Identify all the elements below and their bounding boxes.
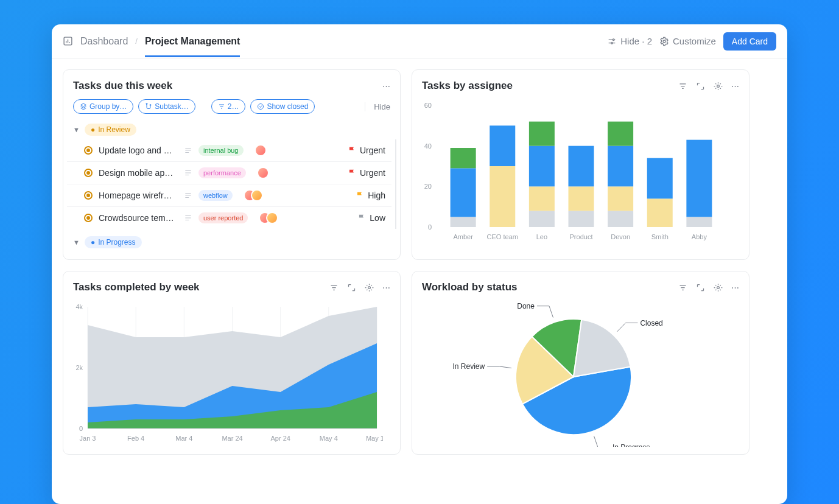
topbar: Dashboard / Project Management Hide · 2 … — [52, 24, 787, 58]
svg-rect-33 — [647, 198, 673, 227]
filter-icon[interactable] — [678, 283, 687, 292]
task-row[interactable]: Design mobile ap… performance Urgent — [67, 162, 391, 184]
svg-text:Done: Done — [517, 302, 535, 310]
avatar — [257, 167, 269, 179]
layers-icon — [80, 103, 87, 110]
more-icon[interactable]: ⋯ — [731, 82, 739, 91]
svg-text:In Progress: In Progress — [613, 443, 650, 447]
status-icon — [84, 169, 93, 177]
bar-chart: 0204060AmberCEO teamLeoProductDevonSmith… — [412, 99, 732, 245]
task-tag: performance — [198, 167, 246, 178]
more-icon[interactable]: ⋯ — [382, 82, 390, 91]
svg-text:Amber: Amber — [453, 233, 473, 240]
filter-icon[interactable] — [678, 82, 687, 91]
description-icon — [184, 169, 192, 177]
area-chart: 02k4kJan 3Feb 4Mar 4Mar 24Apr 24May 4May… — [63, 301, 383, 447]
avatar — [251, 189, 263, 201]
svg-text:Feb 4: Feb 4 — [127, 435, 144, 442]
svg-text:20: 20 — [424, 183, 432, 190]
expand-icon[interactable] — [696, 283, 705, 292]
status-pill: ● In Review — [85, 124, 136, 136]
gear-icon[interactable] — [365, 283, 374, 292]
svg-text:CEO team: CEO team — [487, 233, 518, 240]
pill-label: In Review — [98, 125, 130, 134]
status-icon — [84, 214, 93, 222]
flag-icon — [356, 191, 364, 200]
priority-label: High — [368, 191, 385, 200]
pill-label: In Progress — [98, 238, 135, 247]
svg-rect-16 — [490, 166, 515, 227]
priority-label: Low — [370, 213, 385, 223]
more-icon[interactable]: ⋯ — [731, 283, 739, 292]
filter-icon[interactable] — [329, 283, 339, 292]
assignees — [259, 212, 283, 224]
task-row[interactable]: Homepage wirefr… webflow High — [67, 184, 391, 207]
svg-text:40: 40 — [424, 142, 432, 150]
svg-point-3 — [663, 40, 665, 43]
card-tasks-due: Tasks due this week ⋯ Group by… Subtask…… — [63, 69, 401, 260]
priority: Urgent — [348, 145, 385, 155]
dashboard-grid: Tasks due this week ⋯ Group by… Subtask…… — [52, 58, 787, 466]
assignees — [257, 167, 281, 179]
svg-text:0: 0 — [428, 223, 432, 231]
svg-rect-19 — [529, 211, 555, 227]
app-window: Dashboard / Project Management Hide · 2 … — [52, 24, 787, 504]
more-icon[interactable]: ⋯ — [382, 283, 390, 292]
svg-text:0: 0 — [79, 425, 83, 432]
svg-text:2k: 2k — [75, 364, 83, 371]
svg-rect-30 — [608, 146, 633, 187]
chart-icon — [63, 36, 73, 46]
svg-rect-20 — [529, 186, 555, 211]
breadcrumb-root[interactable]: Dashboard — [80, 36, 128, 47]
task-row[interactable]: Crowdsource tem… user reported Low — [67, 207, 391, 229]
task-name: Homepage wirefr… — [99, 191, 178, 200]
svg-rect-22 — [529, 122, 555, 146]
expand-icon[interactable] — [696, 82, 705, 91]
add-card-button[interactable]: Add Card — [723, 32, 776, 51]
priority: High — [356, 191, 385, 200]
chip-label: Subtask… — [155, 102, 188, 111]
gear-icon[interactable] — [714, 82, 723, 91]
card-tasks-by-assignee: Tasks by assignee ⋯ 0204060AmberCEO team… — [412, 69, 749, 260]
svg-rect-12 — [451, 217, 476, 227]
chip-subtasks[interactable]: Subtask… — [138, 99, 195, 114]
chip-show-closed[interactable]: Show closed — [250, 99, 315, 114]
priority-label: Urgent — [360, 168, 385, 178]
task-row[interactable]: Update logo and … internal bug Urgent — [67, 139, 391, 162]
task-tag: internal bug — [198, 145, 244, 156]
chip-filter[interactable]: 2… — [211, 99, 246, 114]
description-icon — [184, 146, 192, 155]
filter-icon — [218, 103, 225, 110]
svg-text:Smith: Smith — [651, 233, 669, 240]
svg-rect-17 — [490, 125, 515, 166]
priority: Low — [357, 213, 385, 223]
svg-text:May 15: May 15 — [366, 435, 383, 442]
chip-label: Group by… — [90, 102, 127, 111]
breadcrumb-sep: / — [135, 37, 138, 46]
hide-link[interactable]: Hide — [365, 102, 390, 111]
svg-rect-28 — [608, 211, 633, 227]
svg-text:Abby: Abby — [692, 233, 707, 240]
task-tag: webflow — [198, 190, 233, 201]
avatar — [255, 144, 267, 156]
expand-icon[interactable] — [347, 283, 356, 292]
gear-icon — [659, 37, 669, 46]
svg-text:60: 60 — [424, 102, 432, 109]
section-in-progress[interactable]: ▼ ● In Progress — [63, 233, 400, 252]
hide-button[interactable]: Hide · 2 — [607, 36, 652, 46]
chip-group-by[interactable]: Group by… — [73, 99, 133, 114]
flag-icon — [357, 214, 366, 222]
svg-text:Mar 24: Mar 24 — [222, 435, 242, 442]
svg-point-39 — [368, 286, 371, 289]
card-workload: Workload by status ⋯ In ProgressIn Revie… — [412, 271, 749, 455]
chip-label: Show closed — [267, 102, 308, 111]
hide-label: Hide · 2 — [620, 36, 652, 46]
gear-icon[interactable] — [714, 283, 723, 292]
card-title: Tasks due this week — [73, 80, 172, 92]
svg-point-2 — [611, 42, 613, 44]
section-in-review[interactable]: ▼ ● In Review — [63, 120, 400, 139]
chip-label: 2… — [228, 102, 239, 111]
breadcrumb-active[interactable]: Project Management — [145, 36, 240, 47]
customize-button[interactable]: Customize — [659, 36, 716, 46]
card-title: Tasks by assignee — [422, 80, 513, 92]
